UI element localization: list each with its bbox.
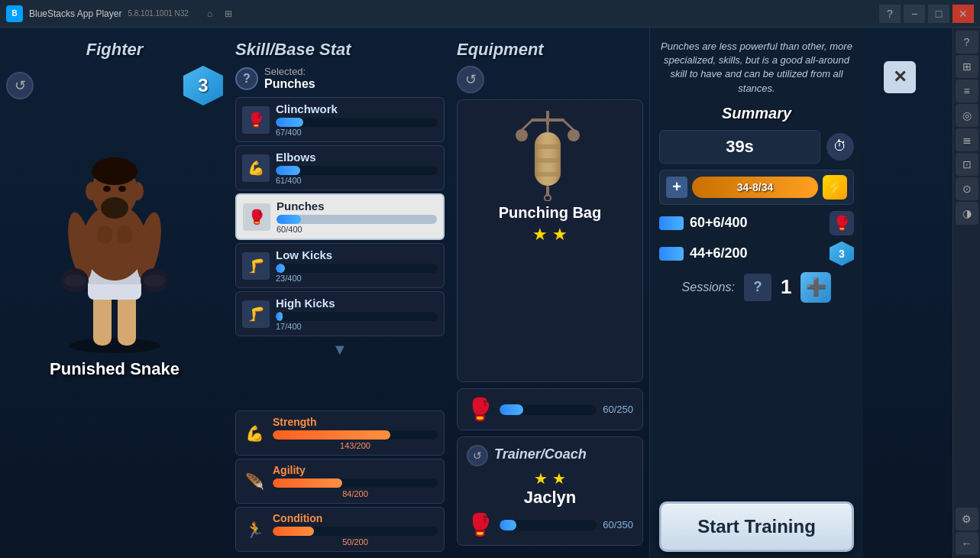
main-content: Fighter ↺ 3 <box>0 28 953 558</box>
stat1-bar-icon <box>659 216 684 230</box>
equipment-secondary-bar-wrap <box>500 404 597 415</box>
base-stat-agility[interactable]: 🪶 Agility 84/200 <box>235 459 445 504</box>
high-kicks-stat: 17/400 <box>276 322 438 331</box>
stat1-row: 60+6/400 🥊 <box>659 211 854 235</box>
start-training-button[interactable]: Start Training <box>659 501 854 552</box>
strength-name: Strength <box>273 416 438 428</box>
bluestacks-logo: B <box>6 5 23 22</box>
elbows-bar-container <box>276 166 438 175</box>
nav-grid-icon[interactable]: ⊞ <box>225 8 232 19</box>
trainer-bar-wrap <box>500 520 597 530</box>
sessions-count: 1 <box>781 275 791 299</box>
app-version: 5.8.101.1001 N32 <box>128 9 189 18</box>
sidebar-icon-settings[interactable]: ⚙ <box>956 508 978 530</box>
low-kicks-stat: 23/400 <box>276 274 438 283</box>
strength-bar-container <box>273 430 438 440</box>
skill-item-punches[interactable]: 🥊 Punches 60/400 <box>235 193 445 240</box>
close-button[interactable]: ✕ <box>953 5 974 23</box>
stat2-bar-icon <box>659 247 684 261</box>
sidebar-icon-7[interactable]: ⊙ <box>956 177 978 200</box>
clinchwork-name: Clinchwork <box>276 102 438 115</box>
equipment-secondary-stat: 60/250 <box>603 404 633 415</box>
strength-bar <box>273 430 390 440</box>
summary-section: ✕ Punches are less powerful than other, … <box>649 28 863 558</box>
equipment-main[interactable]: Punching Bag ★ ★ <box>457 99 643 382</box>
elbows-stat: 61/400 <box>276 176 438 185</box>
trainer-name: Jaclyn <box>467 488 633 508</box>
base-stats: 💪 Strength 143/200 🪶 Agility 84/ <box>235 410 445 552</box>
svg-rect-31 <box>535 172 561 177</box>
agility-value: 84/200 <box>273 489 438 498</box>
sessions-label: Sessions: <box>682 281 735 294</box>
clinchwork-stat: 67/400 <box>276 128 438 137</box>
skill-item-high-kicks[interactable]: 🦵 High Kicks 17/400 <box>235 291 445 336</box>
punches-icon: 🥊 <box>243 203 270 231</box>
description-text: Punches are less powerful than other, mo… <box>659 40 854 96</box>
sidebar-icon-5[interactable]: ≣ <box>956 128 978 151</box>
agility-name: Agility <box>273 464 438 476</box>
base-stat-strength[interactable]: 💪 Strength 143/200 <box>235 410 445 456</box>
elbows-name: Elbows <box>276 151 438 164</box>
sessions-add-button[interactable]: ➕ <box>800 272 831 303</box>
trainer-refresh-button[interactable]: ↺ <box>467 445 488 466</box>
condition-name: Condition <box>273 512 438 524</box>
minimize-button[interactable]: − <box>904 5 925 23</box>
timer-icon: ⏱ <box>826 133 854 161</box>
punches-stat: 60/400 <box>277 225 437 234</box>
selected-label: Selected: <box>264 66 315 77</box>
agility-info: Agility 84/200 <box>273 464 438 498</box>
trainer-section: ↺ Trainer/Coach ★ ★ Jaclyn 🥊 60/350 <box>457 436 643 546</box>
help-button[interactable]: ? <box>235 67 258 90</box>
help-button[interactable]: ? <box>879 5 901 23</box>
punching-bag-image <box>508 109 592 201</box>
sessions-help-button[interactable]: ? <box>744 274 771 301</box>
sidebar-icon-8[interactable]: ◑ <box>956 202 978 225</box>
svg-point-0 <box>69 338 160 353</box>
high-kicks-name: High Kicks <box>276 297 438 310</box>
restore-button[interactable]: □ <box>928 5 949 23</box>
low-kicks-bar <box>276 264 285 273</box>
sidebar-icon-1[interactable]: ? <box>956 31 978 54</box>
equipment-stars: ★ ★ <box>532 225 568 245</box>
summary-time-row: 39s ⏱ <box>659 130 854 164</box>
elbows-bar <box>276 166 300 175</box>
nav-home-icon[interactable]: ⌂ <box>207 8 212 19</box>
sidebar-icon-2[interactable]: ⊞ <box>956 55 978 78</box>
fighter-level-badge: 3 <box>183 66 223 105</box>
sidebar-icon-arrow[interactable]: ← <box>956 532 978 555</box>
equipment-refresh-button[interactable]: ↺ <box>457 66 484 93</box>
svg-point-18 <box>131 182 144 200</box>
svg-point-19 <box>92 157 137 185</box>
clinchwork-bar <box>276 118 303 127</box>
svg-rect-30 <box>535 158 561 163</box>
trainer-stars: ★ ★ <box>467 469 633 488</box>
energy-add-button[interactable]: + <box>666 177 687 198</box>
skill-item-elbows[interactable]: 💪 Elbows 61/400 <box>235 145 445 190</box>
close-button[interactable]: ✕ <box>884 61 916 93</box>
fighter-refresh-button[interactable]: ↺ <box>6 72 34 99</box>
svg-point-9 <box>103 186 111 192</box>
svg-point-15 <box>64 274 86 287</box>
punches-info: Punches 60/400 <box>277 200 437 234</box>
strength-info: Strength 143/200 <box>273 416 438 450</box>
sidebar-icon-3[interactable]: ≡ <box>956 79 978 102</box>
sidebar-icon-4[interactable]: ◎ <box>956 104 978 127</box>
svg-point-34 <box>516 129 528 141</box>
svg-point-16 <box>144 274 165 287</box>
sidebar-icon-6[interactable]: ⊡ <box>956 153 978 176</box>
agility-bar-container <box>273 479 438 488</box>
lightning-icon: ⚡ <box>823 175 847 200</box>
stat1-value: 60+6/400 <box>690 215 748 231</box>
equipment-secondary: 🥊 60/250 <box>457 388 643 430</box>
condition-bar <box>273 527 314 536</box>
equipment-title: Equipment <box>457 40 643 60</box>
skill-item-clinchwork[interactable]: 🥊 Clinchwork 67/400 <box>235 97 445 142</box>
stat2-value: 44+6/200 <box>690 245 748 261</box>
scroll-down-icon: ▼ <box>235 341 445 358</box>
equipment-name: Punching Bag <box>499 204 601 222</box>
low-kicks-info: Low Kicks 23/400 <box>276 248 438 283</box>
skill-item-low-kicks[interactable]: 🦵 Low Kicks 23/400 <box>235 243 445 288</box>
base-stat-condition[interactable]: 🏃 Condition 50/200 <box>235 507 445 552</box>
stat2-row: 44+6/200 3 <box>659 242 854 266</box>
low-kicks-icon: 🦵 <box>242 252 270 280</box>
